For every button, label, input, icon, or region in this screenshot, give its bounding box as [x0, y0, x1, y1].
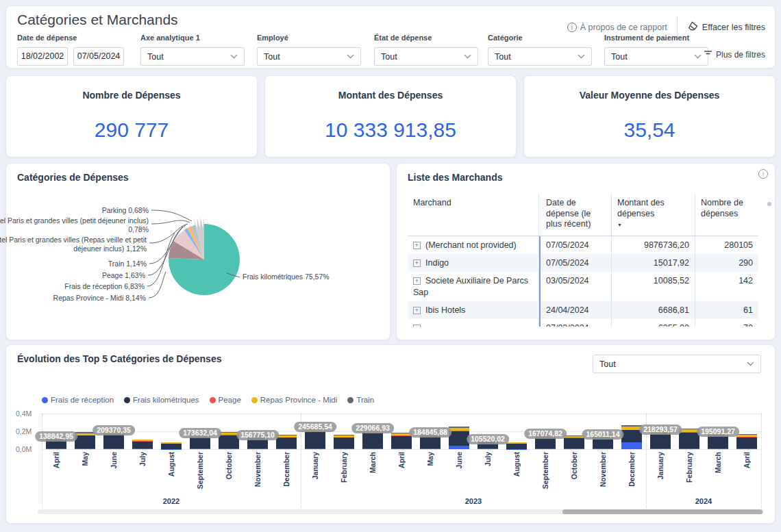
- stacked-bar[interactable]: [334, 435, 354, 449]
- legend-dot-icon: [124, 397, 130, 403]
- month-axis-label: January: [656, 452, 665, 479]
- expand-icon[interactable]: [413, 307, 421, 314]
- pie-slice-label: Frais kilométriques 75,57%: [243, 273, 359, 281]
- info-icon[interactable]: [758, 169, 768, 179]
- more-filters-label: Plus de filtres: [716, 50, 765, 60]
- cell-nombre: 290: [695, 254, 758, 272]
- evolution-chart-title: Évolution des Top 5 Catégories de Dépens…: [17, 353, 221, 364]
- cell-nombre: 61: [695, 301, 758, 319]
- legend-item[interactable]: Peage: [210, 396, 241, 404]
- bar-segment: [679, 448, 699, 449]
- cell-date: 03/05/2024: [539, 272, 612, 301]
- filter-dropdown-axe[interactable]: Tout: [140, 47, 245, 66]
- chevron-down-icon: [347, 54, 354, 59]
- month-axis-label: February: [340, 452, 348, 483]
- cell-montant: 9876736,20: [612, 236, 695, 254]
- filter-dropdown-etat[interactable]: Tout: [374, 47, 478, 66]
- month-axis-label: May: [426, 452, 434, 466]
- stacked-bar[interactable]: [161, 442, 182, 449]
- bar-segment: [621, 442, 642, 449]
- chart-scrollbar-thumb[interactable]: [562, 509, 763, 514]
- bar-segment: [650, 433, 671, 448]
- month-axis-label: October: [225, 452, 233, 479]
- month-axis-label: July: [484, 452, 492, 466]
- table-row[interactable]: 07/03/20246355,0070: [408, 319, 758, 327]
- expand-icon[interactable]: [413, 242, 421, 249]
- filter-dropdown-categorie[interactable]: Tout: [488, 47, 592, 66]
- kpi-value: 10 333 913,85: [265, 118, 516, 142]
- year-axis-label: 2022: [42, 497, 301, 505]
- date-from-input[interactable]: 18/02/2002: [17, 47, 68, 66]
- filter-label-date: Date de dépense: [17, 34, 77, 42]
- about-report-button[interactable]: À propos de ce rapport: [567, 23, 667, 32]
- filter-dropdown-instrument[interactable]: Tout: [604, 47, 708, 66]
- stacked-bar[interactable]: [506, 442, 527, 449]
- cell-marchand: (Merchant not provided): [408, 236, 539, 254]
- cell-nombre: 70: [695, 319, 758, 327]
- pie-leader-line: [151, 220, 190, 224]
- table-row[interactable]: Indigo07/05/202415017,92290: [408, 254, 758, 272]
- legend-item[interactable]: Frais kilométriques: [124, 396, 199, 404]
- bar-total-label: 173632,04: [179, 428, 221, 438]
- kpi-card-average: Valeur Moyenne des Dépenses 35,54: [523, 75, 776, 157]
- month-axis-label: March: [714, 452, 722, 473]
- more-filters-button[interactable]: Plus de filtres: [704, 50, 765, 60]
- pie-slice-label: Train 1,14%: [64, 259, 147, 268]
- filter-value-instrument: Tout: [611, 52, 628, 62]
- expand-icon[interactable]: [413, 325, 421, 327]
- bar-segment: [334, 448, 354, 449]
- bar-segment: [305, 448, 325, 449]
- month-axis-label: September: [541, 452, 549, 489]
- kpi-card-count: Nombre de Dépenses 290 777: [5, 75, 258, 157]
- evolution-chart-card: Évolution des Top 5 Catégories de Dépens…: [5, 344, 776, 524]
- chevron-down-icon: [464, 54, 471, 59]
- clear-filters-button[interactable]: Effacer les filtres: [687, 21, 765, 34]
- month-axis-label: June: [110, 452, 118, 469]
- kpi-value: 290 777: [6, 118, 257, 142]
- table-row[interactable]: Ibis Hotels24/04/20246686,8161: [408, 301, 758, 319]
- bar-segment: [391, 436, 412, 448]
- legend-label: Peage: [219, 396, 241, 404]
- month-axis-label: April: [743, 452, 751, 468]
- table-title: Liste des Marchands: [408, 172, 503, 183]
- bar-segment: [506, 444, 527, 449]
- y-axis-tick: 0,0M: [16, 445, 39, 453]
- legend-item[interactable]: Frais de réception: [42, 396, 114, 404]
- table-row[interactable]: (Merchant not provided)07/05/20249876736…: [408, 236, 758, 254]
- bar-total-label: 245685,54: [294, 422, 336, 432]
- year-separator: [42, 414, 42, 508]
- chart-scrollbar-track[interactable]: [38, 509, 764, 514]
- date-to-input[interactable]: 07/05/2024: [73, 47, 124, 66]
- expand-icon[interactable]: [413, 277, 421, 285]
- column-header-marchand[interactable]: Marchand: [408, 194, 539, 236]
- bar-segment: [420, 448, 441, 449]
- filter-value-categorie: Tout: [495, 52, 511, 62]
- stacked-bar[interactable]: [564, 435, 584, 449]
- stacked-bar[interactable]: [75, 432, 95, 449]
- evolution-filter-dropdown[interactable]: Tout: [593, 355, 761, 373]
- cell-marchand: Ibis Hotels: [408, 301, 539, 319]
- bar-segment: [75, 448, 95, 449]
- cell-date: 07/03/2024: [539, 319, 612, 327]
- column-header-montant[interactable]: Montant des dépenses: [612, 194, 695, 236]
- stacked-bar[interactable]: [276, 435, 297, 449]
- filter-value-axe: Tout: [147, 52, 164, 62]
- stacked-bar[interactable]: [132, 440, 153, 449]
- page-title: Catégories et Marchands: [17, 12, 178, 28]
- filter-dropdown-employe[interactable]: Tout: [257, 47, 361, 66]
- expand-icon[interactable]: [413, 259, 421, 267]
- column-header-nombre[interactable]: Nombre de dépenses: [695, 194, 758, 236]
- stacked-bar[interactable]: [391, 433, 412, 449]
- column-header-date[interactable]: Date de dépense (le plus récent): [539, 194, 612, 236]
- legend-item[interactable]: Train: [347, 396, 374, 404]
- bar-segment: [190, 448, 210, 449]
- cell-marchand: [408, 319, 539, 327]
- chevron-down-icon: [578, 54, 585, 59]
- merchant-table: Marchand Date de dépense (le plus récent…: [408, 194, 758, 327]
- table-row[interactable]: Societe Auxiliaire De Parcs Sap03/05/202…: [408, 272, 758, 301]
- month-axis-label: December: [628, 452, 636, 487]
- legend-item[interactable]: Repas Province - Midi: [251, 396, 337, 404]
- kpi-value: 35,54: [524, 118, 775, 142]
- table-scrollbar-thumb[interactable]: [767, 202, 771, 206]
- stacked-bar[interactable]: [736, 434, 757, 449]
